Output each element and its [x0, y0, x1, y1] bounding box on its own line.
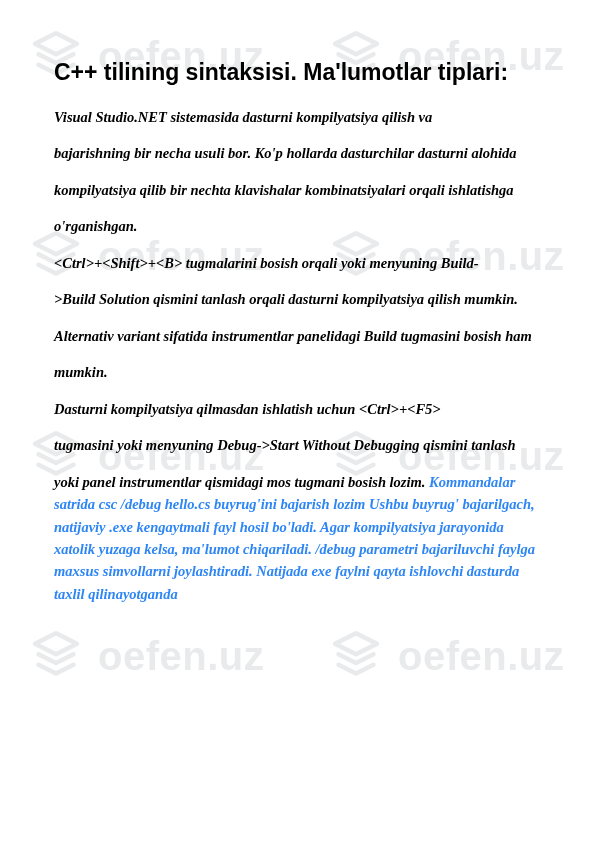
body-paragraph: o'rganishgan.: [54, 215, 541, 237]
body-paragraph: Dasturni kompilyatsiya qilmasdan ishlati…: [54, 398, 541, 420]
body-paragraph: bajarishning bir necha usuli bor. Ko'p h…: [54, 142, 541, 164]
body-paragraph-mixed: yoki panel instrumentlar qismidagi mos t…: [54, 471, 541, 606]
body-paragraph: kompilyatsiya qilib bir nechta klavishal…: [54, 179, 541, 201]
body-paragraph: tugmasini yoki menyuning Debug->Start Wi…: [54, 434, 541, 456]
body-paragraph: Visual Studio.NET sistemasida dasturni k…: [54, 106, 541, 128]
body-paragraph: <Ctrl>+<Shift>+<B> tugmalarini bosish or…: [54, 252, 541, 274]
body-paragraph: Alternativ variant sifatida instrumentla…: [54, 325, 541, 347]
highlighted-text: Kommandalar satrida csc /debug hello.cs …: [54, 474, 535, 602]
body-paragraph: >Build Solution qismini tanlash orqali d…: [54, 288, 541, 310]
body-paragraph: mumkin.: [54, 361, 541, 383]
page-title: C++ tilining sintaksisi. Ma'lumotlar tip…: [54, 58, 541, 88]
document-content: C++ tilining sintaksisi. Ma'lumotlar tip…: [0, 0, 595, 659]
body-text: yoki panel instrumentlar qismidagi mos t…: [54, 474, 425, 490]
